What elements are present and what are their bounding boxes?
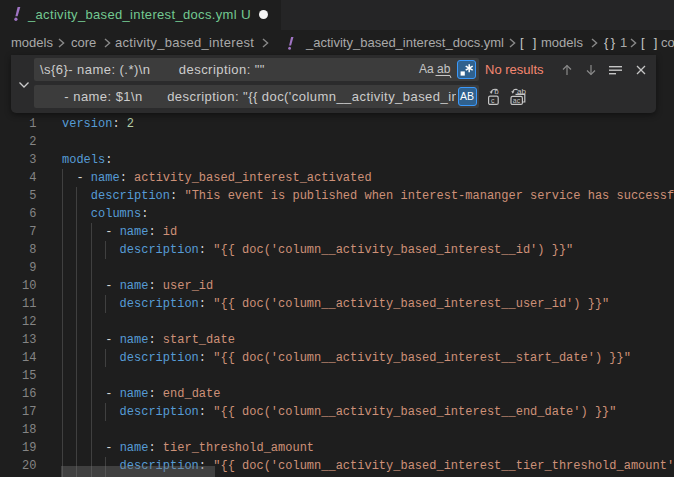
svg-text:b: b [494, 87, 499, 96]
svg-text:ac: ac [513, 97, 521, 104]
svg-text:c: c [491, 97, 495, 104]
